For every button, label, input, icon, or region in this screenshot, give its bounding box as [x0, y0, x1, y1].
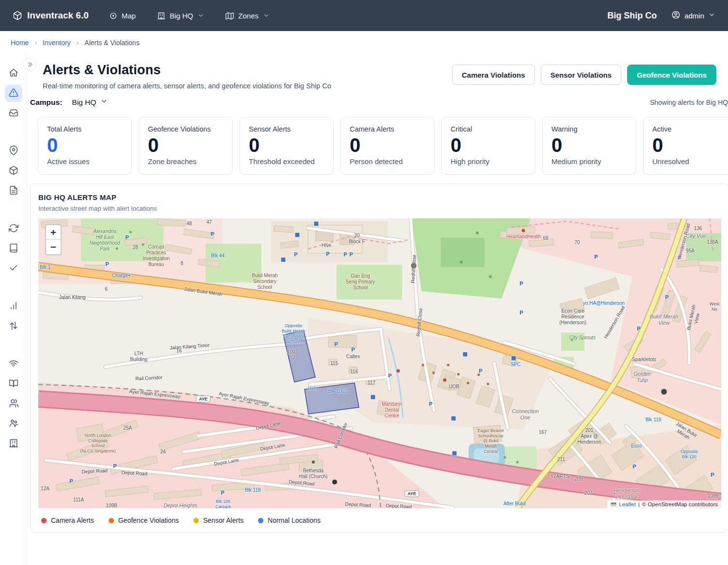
sidebar-item-users[interactable]: [5, 395, 22, 413]
sidebar-item-user-group[interactable]: [5, 415, 22, 432]
legend-item-geofence-violations: Geofence Violations: [109, 516, 179, 524]
legend-dot: [258, 518, 263, 523]
map-label: 2: [292, 355, 295, 361]
sidebar-item-check[interactable]: [5, 260, 22, 277]
map-label: Blk 119: [646, 417, 662, 423]
sensor-violations-button[interactable]: Sensor Violations: [541, 65, 621, 85]
target-icon: [109, 12, 117, 20]
map-label: Esso: [631, 443, 642, 449]
map-label: Depot Road: [81, 468, 108, 475]
page-subtitle: Real-time monitoring of camera alerts, s…: [43, 82, 331, 90]
map-label: Depot Road: [386, 503, 412, 508]
breadcrumb-separator: ›: [34, 39, 37, 47]
stat-card-active: Active0Unresolved: [643, 117, 728, 175]
legend-label: Sensor Alerts: [203, 516, 243, 524]
company-name: Big Ship Co: [607, 11, 657, 21]
stat-subtitle: Unresolved: [652, 157, 728, 166]
legend-dot: [109, 518, 114, 523]
map-attribution: Leaflet | © OpenStreetMap contributors: [607, 500, 721, 508]
map-label: 70: [574, 240, 580, 246]
nav-item-big-hq[interactable]: Big HQ: [157, 12, 204, 20]
stat-card-geofence-violations: Geofence Violations0Zone breaches: [139, 117, 233, 175]
sidebar-collapse-button[interactable]: [23, 58, 36, 71]
zoom-out-button[interactable]: −: [46, 240, 61, 254]
sidebar-item-book[interactable]: [5, 240, 22, 257]
legend-item-sensor-alerts: Sensor Alerts: [194, 516, 243, 524]
sidebar-item-inbox[interactable]: [5, 104, 22, 122]
stat-card-camera-alerts: Camera Alerts0Person detected: [340, 117, 435, 175]
map-label: Gan Eng Seng Primary School: [346, 273, 375, 290]
sidebar-item-refresh[interactable]: [5, 220, 22, 237]
sidebar-item-file-text[interactable]: [5, 182, 22, 199]
legend-dot: [194, 518, 199, 523]
sidebar-item-book-open[interactable]: [5, 375, 22, 393]
map-label: Henderson Road: [677, 223, 692, 260]
map-label: Charge+: [112, 273, 131, 279]
map-label: Caltex: [346, 354, 360, 360]
app-title: Inventrack 6.0: [27, 10, 89, 21]
sidebar-item-wifi[interactable]: [5, 355, 22, 373]
main-content: Alerts & Violations Real-time monitoring…: [27, 54, 728, 565]
sidebar-item-building[interactable]: [5, 435, 22, 452]
map-label: 211: [557, 457, 565, 463]
map-label: Alexandria Hill East Neighborhood Park: [90, 229, 120, 252]
map-label: Opposite Bukit Merah Secondary School: [282, 323, 305, 344]
stat-subtitle: Active issues: [47, 157, 123, 166]
breadcrumb-item-home[interactable]: Home: [11, 39, 29, 47]
legend-dot: [41, 518, 47, 523]
geofence-violations-button[interactable]: Geofence Violations: [627, 65, 716, 85]
map-label: Redhill Close: [410, 254, 418, 283]
map-label: (2)/(3: [307, 386, 318, 391]
sidebar-item-alert-triangle[interactable]: [5, 84, 22, 102]
alerts-map[interactable]: PPPPPPPPPPPPPPPPPPPPPPPAYEAYE Alexandria…: [38, 218, 721, 508]
zoom-in-button[interactable]: +: [46, 225, 61, 240]
map-label: West No: [710, 302, 719, 312]
map-label: 95A: [686, 248, 695, 254]
campus-select[interactable]: Big HQ: [72, 98, 108, 107]
legend-label: Normal Locations: [268, 516, 321, 524]
map-label: 20 Block F: [349, 233, 365, 245]
sidebar-item-home[interactable]: [5, 65, 22, 82]
home-icon: [9, 68, 18, 79]
sidebar-item-bar-chart[interactable]: [5, 298, 22, 315]
map-card-subtitle: Interactive street map with alert locati…: [38, 205, 720, 212]
stat-label: Critical: [451, 125, 526, 133]
app-logo[interactable]: Inventrack 6.0: [13, 10, 89, 21]
stat-subtitle: Zone breaches: [148, 157, 224, 166]
user-icon: [671, 10, 680, 21]
stat-card-warning: Warning0Medium priority: [542, 117, 636, 175]
camera-violations-button[interactable]: Camera Violations: [452, 65, 535, 85]
building-icon: [9, 438, 18, 449]
leaflet-link[interactable]: Leaflet: [619, 501, 636, 507]
stat-subtitle: Person detected: [350, 157, 425, 166]
showing-alerts-text: Showing alerts for Big HQ: [650, 99, 728, 106]
breadcrumb-item-inventory[interactable]: Inventory: [43, 39, 71, 47]
refresh-icon: [9, 223, 18, 234]
sidebar-item-package[interactable]: [5, 162, 22, 180]
map-label: Redhill Close: [416, 308, 424, 337]
stat-value: 0: [47, 135, 123, 156]
violation-filter-buttons: Camera ViolationsSensor ViolationsGeofen…: [452, 65, 716, 85]
map-label: 136A: [707, 239, 718, 245]
map-label: 116: [350, 369, 358, 375]
sidebar: [0, 54, 27, 565]
stat-card-total-alerts: Total Alerts0Active issues: [38, 117, 132, 175]
map-label: Henderson Industrial: [614, 487, 640, 500]
sidebar-item-map-pin[interactable]: [5, 142, 22, 160]
nav-item-zones[interactable]: Zones: [226, 12, 270, 20]
sidebar-item-arrows-up-down[interactable]: [5, 317, 22, 335]
stat-value: 0: [451, 135, 526, 156]
breadcrumb-separator: ›: [77, 39, 79, 47]
alert-triangle-icon: [9, 88, 18, 99]
user-menu[interactable]: admin: [671, 10, 715, 21]
nav-item-map[interactable]: Map: [109, 12, 136, 20]
map-label: 207: [584, 490, 593, 496]
stat-subtitle: Threshold exceeded: [249, 157, 324, 166]
map-label: Rail Corridor: [333, 422, 349, 449]
map-icon: [226, 12, 234, 20]
map-label: Depot Lane: [260, 442, 286, 452]
page-title: Alerts & Violations: [43, 63, 331, 78]
stat-label: Total Alerts: [47, 125, 123, 133]
map-label: Golden Tulip: [633, 371, 650, 383]
map-label: 1002: [287, 349, 298, 355]
